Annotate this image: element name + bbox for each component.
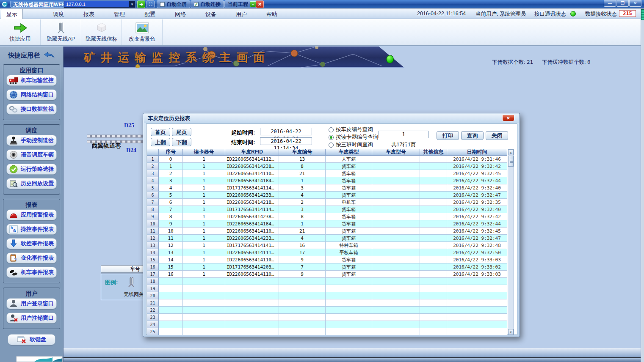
column-header-0[interactable]: 序号 (159, 149, 183, 156)
table-row[interactable]: 211ID22606563414238…8货车箱2016/4/22 9:32:4… (147, 163, 507, 170)
column-header-7[interactable]: 日期时间 (447, 149, 507, 156)
table-row[interactable]: 12111ID22606563414233…4货车箱2016/4/22 9:32… (147, 235, 507, 242)
sidebar-item-clipboard[interactable]: 变化事件报表 (6, 252, 57, 263)
menu-item-0[interactable]: 显示 (1, 9, 23, 19)
table-row[interactable]: 651ID22606563414233…4货车箱2016/4/22 9:32:4… (147, 192, 507, 199)
checkbox-unchecked-icon[interactable] (160, 2, 165, 7)
table-row[interactable]: 15141ID22606563414110…9货车箱2016/4/22 9:33… (147, 256, 507, 263)
column-header-1[interactable]: 读卡器号 (183, 149, 225, 156)
table-row[interactable]: 321ID22606563414110…21货车箱2016/4/22 9:32:… (147, 170, 507, 177)
first-page-button[interactable]: 首页 (151, 128, 170, 136)
table-row[interactable]: 17161ID22606563414110…9货车箱2016/4/22 9:33… (147, 271, 507, 278)
table-row[interactable]: 1091ID22606563414184…1货车箱2016/4/22 9:32:… (147, 220, 507, 228)
window-scroll-thumb[interactable] (641, 9, 644, 20)
menu-item-2[interactable]: 报表 (78, 10, 100, 19)
checkbox-checked-icon[interactable]: ✓ (194, 2, 199, 7)
menu-item-3[interactable]: 管理 (109, 10, 130, 19)
table-row[interactable]: 16151ID17176563414203…7货车箱2016/4/22 9:33… (147, 263, 507, 271)
sidebar-item-arrow-down-blue[interactable]: 软控事件报表 (6, 238, 57, 249)
window-close-button[interactable]: ✕ (629, 0, 641, 7)
table-row[interactable]: 18 (147, 278, 507, 285)
print-button[interactable]: 打印 (437, 131, 459, 140)
query-button[interactable]: 查询 (461, 131, 484, 140)
column-header-4[interactable]: 车皮类型 (326, 149, 372, 156)
scroll-up-icon[interactable]: ▲ (508, 149, 514, 155)
maximize-button[interactable]: ❐ (616, 0, 629, 7)
column-header-2[interactable]: 车皮RFID (225, 149, 279, 156)
query-number-input[interactable]: 1 (379, 131, 428, 138)
column-header-6[interactable]: 其他信息 (420, 149, 447, 156)
table-row[interactable]: 20 (147, 292, 507, 299)
menu-item-7[interactable]: 用户 (231, 10, 252, 19)
toolbar-button-antenna[interactable]: 隐藏无线AP (41, 19, 81, 45)
table-row[interactable]: 19 (147, 285, 507, 292)
radio-icon[interactable] (329, 135, 334, 140)
prev-page-button[interactable]: 上翻 (151, 138, 170, 146)
sidebar-item-check[interactable]: 运行策略选择 (6, 164, 57, 175)
last-page-button[interactable]: 尾页 (172, 128, 191, 136)
column-header-3[interactable]: 车皮编号 (279, 149, 326, 156)
scroll-down-icon[interactable]: ▼ (508, 329, 514, 335)
table-row[interactable]: 14131ID22606563414111…17平板车箱2016/4/22 9:… (147, 249, 507, 256)
ip-combobox[interactable]: 127.0.0.1 ▼ (64, 0, 135, 8)
toolbar-button-beacon-cube[interactable]: 隐藏无线信标 (81, 19, 122, 45)
table-row[interactable]: 101ID22606563414112…13人车箱2016/4/22 9:31:… (147, 156, 507, 163)
table-scrollbar[interactable]: ▲ ▼ (508, 149, 514, 335)
table-row[interactable]: 21 (147, 299, 507, 307)
sidebar-item-speaker[interactable]: 语音调度车辆 (6, 149, 57, 160)
table-row[interactable]: 981ID22606563414238…8货车箱2016/4/22 9:32:4… (147, 213, 507, 220)
radio-by-reader-number[interactable]: 按读卡器编号查询 (329, 134, 378, 141)
next-page-button[interactable]: 下翻 (172, 138, 191, 146)
current-project-dropdown[interactable]: 当前工程 ▼ (224, 0, 260, 8)
scroll-thumb[interactable] (508, 156, 514, 167)
radio-by-shift-time[interactable]: 按三班时间查询 (329, 141, 373, 148)
table-row[interactable]: 11101ID22606563414110…21货车箱2016/4/22 9:3… (147, 228, 507, 235)
sidebar-item-chain[interactable]: 接口数据监视 (6, 104, 57, 115)
minimize-button[interactable]: — (604, 0, 616, 7)
menu-item-8[interactable]: 帮助 (261, 10, 282, 19)
menu-item-1[interactable]: 调度 (48, 10, 69, 19)
auto-connect-toggle[interactable]: ✓ 自动连接 (191, 0, 224, 8)
table-row[interactable]: 23 (147, 314, 507, 321)
sidebar-item-user-logout[interactable]: 用户注销窗口 (6, 313, 57, 324)
chevron-down-icon[interactable]: ▼ (129, 3, 135, 6)
close-connection-button[interactable]: ✕ (256, 0, 264, 8)
window-vertical-scrollbar[interactable] (641, 8, 644, 362)
end-time-input[interactable]: 2016-04-22 11:14:34 (260, 137, 312, 145)
radio-by-wagon-number[interactable]: 按车皮编号查询 (329, 126, 373, 133)
table-row[interactable]: 24 (147, 321, 507, 328)
dialog-close-button[interactable]: ✕ (502, 115, 514, 121)
table-row[interactable]: 541ID17176563414114…3货车箱2016/4/22 9:32:4… (147, 184, 507, 192)
menu-item-5[interactable]: 网络 (170, 10, 191, 19)
start-time-input[interactable]: 2016-04-22 08:14:34 (260, 128, 312, 135)
sidebar-item-user[interactable]: 用户登录窗口 (6, 298, 57, 309)
close-button[interactable]: 关闭 (486, 131, 508, 140)
back-arrow-icon[interactable] (44, 52, 55, 60)
table-row[interactable]: 13121ID17176563414141…16特种车箱2016/4/22 9:… (147, 242, 507, 249)
sidebar-item-shoes[interactable]: 机车事件报表 (6, 267, 57, 278)
fullscreen-button[interactable]: ⛶ (146, 0, 155, 8)
sidebar-item-letters-ba[interactable]: ba操控事件报表 (6, 224, 57, 235)
sidebar-item-history[interactable]: 历史回放设置 (6, 178, 57, 189)
radio-icon[interactable] (329, 143, 334, 148)
table-row[interactable]: 25 (147, 328, 507, 335)
column-header-5[interactable]: 车皮型号 (372, 149, 420, 156)
radio-icon[interactable] (329, 127, 334, 132)
sidebar-item-alarm[interactable]: 应用报警报表 (6, 209, 57, 220)
sidebar-item-globe[interactable]: 网络结构窗口 (6, 89, 57, 100)
toolbar-button-picture[interactable]: 改变背景色 (122, 19, 163, 45)
connect-button[interactable]: ➜ (137, 0, 145, 8)
auto-fullscreen-toggle[interactable]: 自动全屏 (157, 0, 190, 8)
dialog-title[interactable]: 车皮定位历史报表 (144, 114, 519, 123)
toolbar-button-arrow-right-green[interactable]: 快捷应用 (0, 19, 41, 45)
table-row[interactable]: 871ID17176563414114…3货车箱2016/4/22 9:32:4… (147, 206, 507, 213)
menu-item-4[interactable]: 配置 (139, 10, 160, 19)
table-row[interactable]: 431ID22606563414184…1货车箱2016/4/22 9:32:4… (147, 177, 507, 184)
menu-item-6[interactable]: 设备 (200, 10, 221, 19)
table-row[interactable]: 22 (147, 307, 507, 314)
sidebar-item-train[interactable]: 机车运输监控 (6, 75, 57, 86)
sidebar-item-joystick[interactable]: 手动控制道岔 (6, 135, 57, 146)
table-row[interactable]: 761ID22606563414218…2电机车2016/4/22 9:32:3… (147, 199, 507, 206)
soft-keyboard-button[interactable]: 软键盘 (8, 334, 55, 345)
chevron-down-icon[interactable]: ▼ (250, 1, 256, 7)
